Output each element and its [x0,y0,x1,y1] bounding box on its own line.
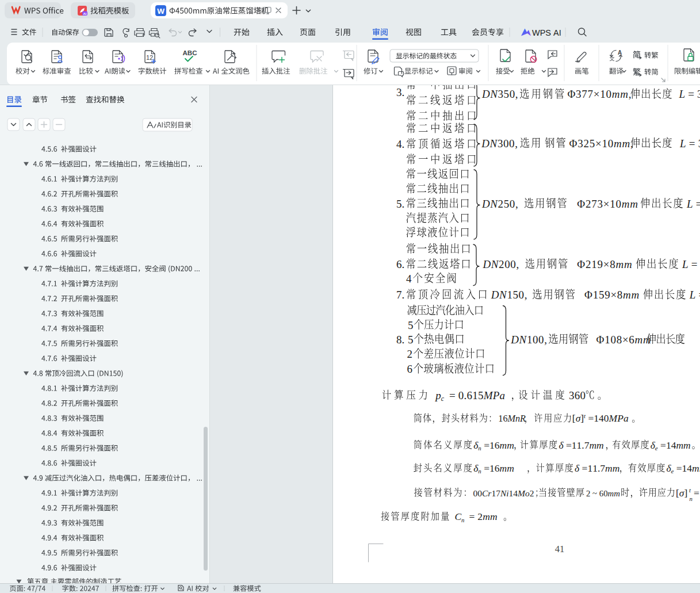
svg-text:DN300,: DN300, [481,137,518,150]
svg-text:8.: 8. [396,334,404,346]
svg-text:δ =11.7mm: δ =11.7mm [559,439,603,451]
svg-text:Φ219×8mm: Φ219×8mm [577,258,632,270]
svg-text:360: 360 [569,389,586,401]
svg-text:L = 3: L = 3 [679,137,700,150]
svg-text:4: 4 [406,273,412,285]
svg-text:L = 3: L = 3 [679,88,700,100]
svg-text:Φ325×10mm,: Φ325×10mm, [569,137,634,150]
svg-text:Φ273×10mm: Φ273×10mm [577,198,638,210]
svg-text:L = 30: L = 30 [682,258,700,270]
svg-text:=: = [694,487,699,499]
svg-text:ABC: ABC [183,49,197,56]
svg-text:00Cr17Ni14Mo2: 00Cr17Ni14Mo2 [473,488,534,498]
svg-text:Φ159×8mm: Φ159×8mm [584,289,640,301]
svg-text:n: n [690,495,693,502]
svg-text:16MnR: 16MnR [498,414,526,424]
svg-text:= 2mm: = 2mm [469,511,498,522]
svg-text:AI: AI [83,12,87,16]
svg-text:2 ~ 60mm: 2 ~ 60mm [586,489,620,498]
svg-text:[σ]t =140MPa: [σ]t =140MPa [572,412,629,424]
svg-text:6: 6 [407,363,413,375]
svg-text:5: 5 [408,334,414,346]
svg-text:DN250,: DN250, [481,198,518,210]
svg-text:= 0.615MPa: = 0.615MPa [449,389,505,401]
svg-text:[σ]: [σ] [676,487,687,499]
svg-text:δ =11.7mm: δ =11.7mm [575,462,619,474]
svg-text:DN100,: DN100, [510,334,547,346]
svg-text:Φ108×6mm: Φ108×6mm [596,334,652,346]
svg-text:DN200,: DN200, [483,258,519,270]
svg-text:41: 41 [555,544,565,554]
svg-text:4.: 4. [396,138,404,150]
svg-text:A: A [618,49,622,56]
svg-text:L = 2: L = 2 [689,289,700,301]
svg-text:DN350,: DN350, [481,88,518,100]
svg-text:5.: 5. [396,198,404,210]
svg-text:W: W [157,7,165,16]
svg-text:7.: 7. [396,289,404,301]
svg-text:3.: 3. [396,86,404,98]
svg-text:L = 3: L = 3 [686,198,700,210]
svg-text:5: 5 [408,319,414,331]
svg-text:WPS AI: WPS AI [532,28,561,37]
svg-text:2: 2 [407,348,413,360]
svg-text:6.: 6. [396,258,404,270]
svg-text:DN150,: DN150, [491,289,527,301]
svg-text:Φ377×10mm,: Φ377×10mm, [567,88,632,100]
svg-text:12: 12 [146,54,153,61]
